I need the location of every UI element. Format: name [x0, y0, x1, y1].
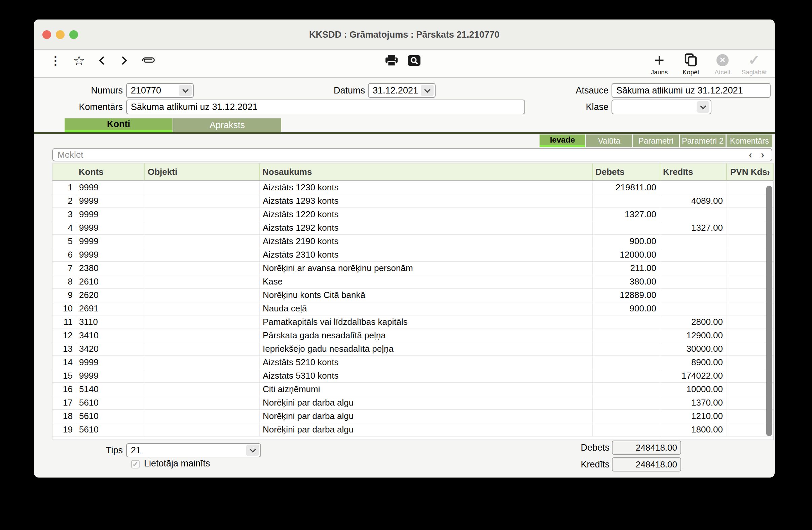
table-row[interactable]: 195610Norēķini par darba algu1800.00: [53, 423, 773, 437]
forward-icon[interactable]: [118, 50, 131, 71]
cell-debets[interactable]: [593, 315, 660, 328]
cell-num[interactable]: 16: [53, 383, 76, 396]
tab-konti[interactable]: Konti: [64, 118, 173, 132]
table-row[interactable]: 185610Norēķini par darba algu1210.00: [53, 410, 773, 423]
cell-objekti[interactable]: [145, 410, 260, 423]
cell-kredits[interactable]: 10000.00: [660, 383, 727, 396]
cell-num[interactable]: 6: [53, 248, 76, 261]
cell-nosaukums[interactable]: Norēķini par darba algu: [260, 410, 593, 423]
print-icon[interactable]: [384, 50, 399, 71]
cell-objekti[interactable]: [145, 289, 260, 301]
header-konts[interactable]: Konts: [76, 163, 145, 180]
cell-konts[interactable]: 9999: [76, 235, 145, 248]
cell-konts[interactable]: 9999: [76, 369, 145, 382]
cell-num[interactable]: 12: [53, 329, 76, 342]
table-row[interactable]: 72380Norēķini ar avansa norēķinu personā…: [53, 262, 773, 275]
cell-nosaukums[interactable]: Citi aizņēmumi: [260, 383, 593, 396]
prev-match-icon[interactable]: ‹: [749, 149, 752, 160]
tips-select[interactable]: 21: [126, 443, 261, 457]
cell-kredits[interactable]: [660, 262, 727, 275]
chevron-down-icon[interactable]: [697, 101, 709, 113]
cell-objekti[interactable]: [145, 356, 260, 369]
cell-kredits[interactable]: [660, 181, 727, 194]
table-row[interactable]: 49999Aizstāts 1292 konts1327.00: [53, 221, 773, 235]
cell-num[interactable]: 3: [53, 208, 76, 221]
cell-kredits[interactable]: [660, 289, 727, 301]
klase-select[interactable]: [611, 100, 711, 114]
cell-objekti[interactable]: [145, 369, 260, 382]
next-match-icon[interactable]: ›: [761, 149, 764, 160]
cell-nosaukums[interactable]: Kase: [260, 275, 593, 288]
cell-objekti[interactable]: [145, 275, 260, 288]
cell-objekti[interactable]: [145, 383, 260, 396]
header-nosaukums[interactable]: Nosaukums: [260, 163, 593, 180]
cell-num[interactable]: 13: [53, 342, 76, 355]
table-row[interactable]: 149999Aizstāts 5210 konts8900.00: [53, 356, 773, 369]
tab-ievade[interactable]: Ievade: [539, 134, 585, 147]
komentars-input[interactable]: [126, 100, 525, 114]
cell-nosaukums[interactable]: Aizstāts 1230 konts: [260, 181, 593, 194]
table-row[interactable]: 92620Norēķinu konts Citā bankā12889.00: [53, 289, 773, 302]
cell-konts[interactable]: 9999: [76, 194, 145, 207]
cell-nosaukums[interactable]: Norēķinu konts Citā bankā: [260, 289, 593, 301]
cell-kredits[interactable]: 8900.00: [660, 356, 727, 369]
table-row[interactable]: 82610Kase380.00: [53, 275, 773, 289]
cell-debets[interactable]: 211.00: [593, 262, 660, 275]
cell-konts[interactable]: 2620: [76, 289, 145, 301]
cell-debets[interactable]: 12000.00: [593, 248, 660, 261]
table-row[interactable]: 59999Aizstāts 2190 konts900.00: [53, 235, 773, 248]
cell-debets[interactable]: [593, 423, 660, 436]
cell-objekti[interactable]: [145, 194, 260, 207]
cell-konts[interactable]: 5610: [76, 396, 145, 409]
cell-konts[interactable]: 9999: [76, 221, 145, 234]
header-objekti[interactable]: Objekti: [145, 163, 260, 180]
cell-kredits[interactable]: [660, 248, 727, 261]
cell-debets[interactable]: [593, 369, 660, 382]
cell-num[interactable]: 9: [53, 289, 76, 301]
tab-apraksts[interactable]: Apraksts: [173, 118, 281, 132]
cell-objekti[interactable]: [145, 208, 260, 221]
copy-record-button[interactable]: Kopēt: [675, 53, 707, 76]
cell-debets[interactable]: [593, 221, 660, 234]
cell-objekti[interactable]: [145, 248, 260, 261]
cell-debets[interactable]: [593, 410, 660, 423]
cell-kredits[interactable]: [660, 235, 727, 248]
table-row[interactable]: 19999Aizstāts 1230 konts219811.00: [53, 181, 773, 194]
cell-debets[interactable]: 12889.00: [593, 289, 660, 301]
cell-nosaukums[interactable]: Pamatkapitāls vai līdzdalības kapitāls: [260, 315, 593, 328]
cell-nosaukums[interactable]: Aizstāts 1293 konts: [260, 194, 593, 207]
cell-objekti[interactable]: [145, 396, 260, 409]
cell-num[interactable]: 14: [53, 356, 76, 369]
tab-parametri2[interactable]: Parametri 2: [680, 134, 726, 147]
favorite-star-icon[interactable]: ☆: [72, 50, 86, 71]
paperclip-icon[interactable]: [139, 50, 158, 71]
cell-num[interactable]: 19: [53, 423, 76, 436]
cell-num[interactable]: 15: [53, 369, 76, 382]
cell-debets[interactable]: [593, 194, 660, 207]
minimize-window-button[interactable]: [56, 30, 64, 39]
lietotaja-mainits-checkbox[interactable]: ✓: [131, 460, 140, 469]
cell-objekti[interactable]: [145, 262, 260, 275]
cell-nosaukums[interactable]: Aizstāts 1220 konts: [260, 208, 593, 221]
back-icon[interactable]: [95, 50, 108, 71]
cell-num[interactable]: 10: [53, 302, 76, 315]
tab-komentars[interactable]: Komentārs: [727, 134, 772, 147]
table-row[interactable]: 165140Citi aizņēmumi10000.00: [53, 383, 773, 396]
table-row[interactable]: 133420Iepriekšējo gadu nesadalītā peļņa3…: [53, 342, 773, 356]
more-columns-icon[interactable]: ›: [767, 163, 770, 181]
cell-num[interactable]: 1: [53, 181, 76, 194]
cell-konts[interactable]: 3110: [76, 315, 145, 328]
cell-kredits[interactable]: 12900.00: [660, 329, 727, 342]
cell-num[interactable]: 5: [53, 235, 76, 248]
cell-nosaukums[interactable]: Pārskata gada nesadalītā peļņa: [260, 329, 593, 342]
cell-objekti[interactable]: [145, 423, 260, 436]
cell-kredits[interactable]: 2800.00: [660, 315, 727, 328]
cell-objekti[interactable]: [145, 315, 260, 328]
vertical-scrollbar[interactable]: [766, 186, 772, 436]
cell-nosaukums[interactable]: Norēķini par darba algu: [260, 396, 593, 409]
cell-num[interactable]: 18: [53, 410, 76, 423]
cell-konts[interactable]: 9999: [76, 356, 145, 369]
cell-kredits[interactable]: 1370.00: [660, 396, 727, 409]
header-kredits[interactable]: Kredīts: [660, 163, 727, 180]
cell-debets[interactable]: 1327.00: [593, 208, 660, 221]
